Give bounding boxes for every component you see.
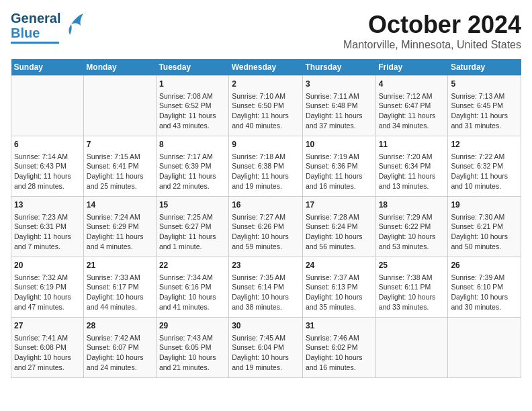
- day-info: Sunset: 6:32 PM: [451, 161, 518, 171]
- day-info: Sunset: 6:14 PM: [232, 282, 300, 292]
- day-number: 20: [14, 260, 81, 271]
- day-info: Daylight: 11 hours and 4 minutes.: [87, 232, 153, 251]
- calendar-cell: 1Sunrise: 7:08 AMSunset: 6:52 PMDaylight…: [156, 76, 228, 136]
- day-info: Sunrise: 7:10 AM: [232, 91, 300, 101]
- calendar-cell: 7Sunrise: 7:15 AMSunset: 6:41 PMDaylight…: [83, 136, 156, 197]
- day-info: Sunset: 6:34 PM: [379, 161, 445, 171]
- calendar-cell: 15Sunrise: 7:25 AMSunset: 6:27 PMDayligh…: [156, 197, 228, 257]
- calendar-cell: 26Sunrise: 7:39 AMSunset: 6:10 PMDayligh…: [448, 257, 521, 318]
- day-info: Sunrise: 7:13 AM: [451, 91, 518, 101]
- day-info: Daylight: 10 hours and 33 minutes.: [379, 292, 445, 312]
- day-info: Daylight: 11 hours and 34 minutes.: [379, 111, 445, 130]
- day-info: Sunrise: 7:33 AM: [87, 273, 153, 283]
- calendar-cell: 24Sunrise: 7:37 AMSunset: 6:13 PMDayligh…: [302, 257, 375, 318]
- day-info: Sunrise: 7:41 AM: [14, 333, 81, 343]
- calendar-cell: 9Sunrise: 7:18 AMSunset: 6:38 PMDaylight…: [229, 136, 303, 197]
- day-number: 1: [159, 79, 226, 90]
- calendar-cell: 12Sunrise: 7:22 AMSunset: 6:32 PMDayligh…: [448, 136, 521, 197]
- day-info: Daylight: 11 hours and 28 minutes.: [14, 171, 81, 191]
- day-info: Daylight: 10 hours and 35 minutes.: [306, 292, 373, 312]
- calendar-cell: 16Sunrise: 7:27 AMSunset: 6:26 PMDayligh…: [229, 197, 303, 257]
- day-info: Daylight: 11 hours and 13 minutes.: [379, 171, 445, 191]
- day-info: Sunset: 6:07 PM: [87, 342, 153, 353]
- day-info: Sunrise: 7:25 AM: [159, 212, 226, 222]
- day-info: Sunset: 6:52 PM: [159, 101, 226, 111]
- day-info: Sunset: 6:13 PM: [306, 282, 373, 292]
- header-tuesday: Tuesday: [156, 59, 228, 76]
- calendar-cell: 23Sunrise: 7:35 AMSunset: 6:14 PMDayligh…: [229, 257, 303, 318]
- day-info: Sunset: 6:02 PM: [306, 342, 373, 353]
- header-thursday: Thursday: [302, 59, 375, 76]
- day-number: 6: [14, 139, 81, 150]
- day-info: Sunset: 6:29 PM: [87, 222, 153, 232]
- day-number: 2: [232, 79, 300, 90]
- day-number: 23: [232, 260, 300, 271]
- day-info: Sunrise: 7:08 AM: [159, 91, 226, 101]
- logo-general: General: [11, 11, 60, 26]
- day-info: Daylight: 11 hours and 7 minutes.: [14, 232, 81, 251]
- calendar-cell: [375, 318, 448, 378]
- calendar-cell: 19Sunrise: 7:30 AMSunset: 6:21 PMDayligh…: [448, 197, 521, 257]
- day-info: Daylight: 10 hours and 44 minutes.: [87, 292, 153, 312]
- day-info: Sunrise: 7:19 AM: [306, 152, 373, 162]
- day-info: Sunrise: 7:28 AM: [306, 212, 373, 222]
- day-info: Sunset: 6:04 PM: [232, 342, 300, 353]
- calendar-week-3: 13Sunrise: 7:23 AMSunset: 6:31 PMDayligh…: [11, 197, 521, 257]
- day-info: Daylight: 11 hours and 22 minutes.: [159, 171, 226, 191]
- calendar-cell: 17Sunrise: 7:28 AMSunset: 6:24 PMDayligh…: [302, 197, 375, 257]
- header-saturday: Saturday: [448, 59, 521, 76]
- day-number: 7: [87, 139, 153, 150]
- day-info: Sunset: 6:36 PM: [306, 161, 373, 171]
- day-info: Daylight: 10 hours and 30 minutes.: [451, 292, 518, 312]
- day-info: Sunset: 6:19 PM: [14, 282, 81, 292]
- day-info: Sunrise: 7:35 AM: [232, 273, 300, 283]
- day-number: 30: [232, 320, 300, 332]
- day-info: Sunrise: 7:20 AM: [379, 152, 445, 162]
- day-number: 24: [306, 260, 373, 271]
- day-number: 16: [232, 199, 300, 211]
- header-friday: Friday: [375, 59, 448, 76]
- day-info: Sunrise: 7:42 AM: [87, 333, 153, 343]
- day-info: Sunrise: 7:34 AM: [159, 273, 226, 283]
- day-info: Sunrise: 7:37 AM: [306, 273, 373, 283]
- day-info: Daylight: 10 hours and 53 minutes.: [379, 232, 445, 251]
- day-info: Sunset: 6:43 PM: [14, 161, 81, 171]
- calendar-cell: 10Sunrise: 7:19 AMSunset: 6:36 PMDayligh…: [302, 136, 375, 197]
- day-number: 4: [379, 79, 445, 90]
- calendar-header-row: SundayMondayTuesdayWednesdayThursdayFrid…: [11, 59, 521, 76]
- day-info: Sunset: 6:08 PM: [14, 342, 81, 353]
- calendar-table: SundayMondayTuesdayWednesdayThursdayFrid…: [11, 59, 521, 378]
- calendar-cell: 30Sunrise: 7:45 AMSunset: 6:04 PMDayligh…: [229, 318, 303, 378]
- day-info: Sunset: 6:16 PM: [159, 282, 226, 292]
- day-info: Sunset: 6:11 PM: [379, 282, 445, 292]
- day-info: Sunset: 6:17 PM: [87, 282, 153, 292]
- day-number: 13: [14, 199, 81, 211]
- day-number: 12: [451, 139, 518, 150]
- day-info: Daylight: 10 hours and 27 minutes.: [14, 353, 81, 372]
- day-info: Daylight: 11 hours and 19 minutes.: [232, 171, 300, 191]
- day-info: Sunset: 6:27 PM: [159, 222, 226, 232]
- day-info: Sunset: 6:10 PM: [451, 282, 518, 292]
- calendar-cell: 21Sunrise: 7:33 AMSunset: 6:17 PMDayligh…: [83, 257, 156, 318]
- day-info: Daylight: 10 hours and 21 minutes.: [159, 353, 226, 372]
- day-info: Daylight: 10 hours and 50 minutes.: [451, 232, 518, 251]
- day-number: 19: [451, 199, 518, 211]
- logo-blue: Blue: [11, 26, 40, 40]
- day-number: 9: [232, 139, 300, 150]
- day-info: Daylight: 11 hours and 37 minutes.: [306, 111, 373, 130]
- calendar-cell: 11Sunrise: 7:20 AMSunset: 6:34 PMDayligh…: [375, 136, 448, 197]
- header-monday: Monday: [83, 59, 156, 76]
- day-info: Sunrise: 7:43 AM: [159, 333, 226, 343]
- header-wednesday: Wednesday: [229, 59, 303, 76]
- day-number: 5: [451, 79, 518, 90]
- day-info: Sunrise: 7:29 AM: [379, 212, 445, 222]
- day-info: Sunrise: 7:12 AM: [379, 91, 445, 101]
- day-info: Daylight: 10 hours and 24 minutes.: [87, 353, 153, 372]
- calendar-cell: 3Sunrise: 7:11 AMSunset: 6:48 PMDaylight…: [302, 76, 375, 136]
- day-number: 25: [379, 260, 445, 271]
- day-info: Sunrise: 7:46 AM: [306, 333, 373, 343]
- day-info: Sunrise: 7:14 AM: [14, 152, 81, 162]
- page-header: General Blue October 2024 Mantorville, M…: [11, 11, 521, 51]
- day-info: Sunrise: 7:15 AM: [87, 152, 153, 162]
- calendar-cell: 27Sunrise: 7:41 AMSunset: 6:08 PMDayligh…: [11, 318, 84, 378]
